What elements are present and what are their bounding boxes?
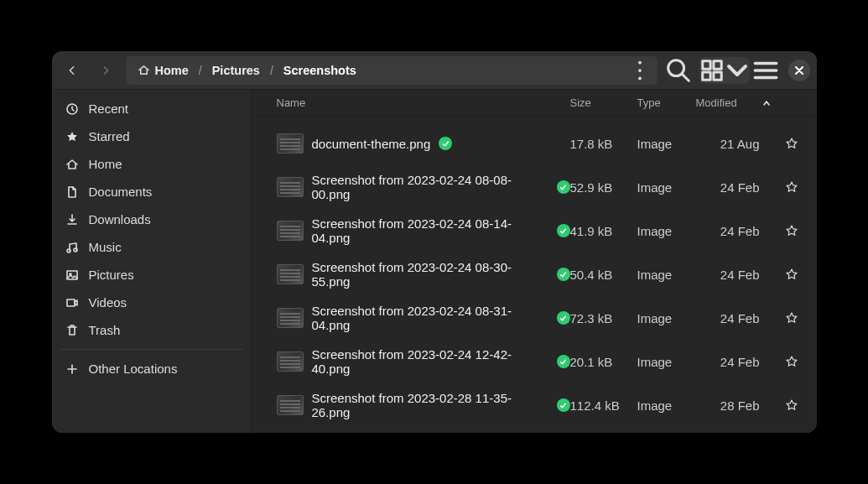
file-row[interactable]: Screenshot from 2023-02-24 12-42-40.png2… — [252, 340, 817, 383]
svg-rect-11 — [67, 271, 77, 279]
column-name[interactable]: Name — [277, 96, 570, 109]
sidebar-item-label: Trash — [89, 323, 121, 337]
column-modified-label: Modified — [696, 96, 737, 109]
search-button[interactable] — [664, 57, 693, 84]
music-icon — [65, 241, 79, 254]
synced-emblem-icon — [557, 268, 570, 281]
column-size[interactable]: Size — [570, 96, 637, 109]
breadcrumb-home[interactable]: Home — [134, 60, 192, 81]
svg-point-9 — [67, 249, 70, 252]
forward-button[interactable] — [92, 57, 119, 84]
sidebar-item-pictures[interactable]: Pictures — [57, 261, 246, 289]
sidebar-item-label: Starred — [89, 129, 130, 143]
chevron-right-icon — [100, 65, 112, 76]
breadcrumb-pictures[interactable]: Pictures — [209, 60, 263, 81]
file-row[interactable]: document-theme.png17.8 kBImage21 Aug — [252, 122, 817, 165]
search-icon — [664, 56, 693, 85]
column-type[interactable]: Type — [637, 96, 696, 109]
file-row[interactable]: Screenshot from 2023-02-24 08-08-00.png5… — [252, 165, 817, 209]
svg-rect-4 — [702, 60, 709, 68]
sidebar-item-label: Home — [89, 157, 122, 171]
star-toggle[interactable] — [780, 398, 803, 412]
close-button[interactable] — [788, 60, 810, 81]
file-name-cell: Screenshot from 2023-02-24 08-14-04.png — [277, 216, 570, 245]
file-thumbnail — [277, 351, 304, 372]
file-name-cell: Screenshot from 2023-02-24 08-31-04.png — [277, 304, 570, 332]
breadcrumb-separator: / — [268, 64, 275, 77]
hamburger-icon — [751, 56, 780, 85]
home-icon — [65, 158, 79, 171]
star-toggle[interactable] — [780, 180, 803, 194]
hamburger-menu-button[interactable] — [751, 57, 780, 84]
chevron-down-icon — [725, 58, 750, 83]
star-toggle[interactable] — [780, 311, 803, 325]
star-icon — [785, 137, 798, 150]
svg-point-10 — [74, 248, 77, 252]
star-icon — [785, 398, 798, 412]
star-icon — [785, 268, 798, 281]
synced-emblem-icon — [557, 398, 570, 412]
file-row[interactable]: Screenshot from 2023-02-24 08-14-04.png4… — [252, 209, 817, 252]
file-size-cell: 50.4 kB — [570, 268, 637, 282]
breadcrumb-separator: / — [197, 64, 204, 77]
sidebar-item-home[interactable]: Home — [57, 150, 246, 178]
sidebar-item-downloads[interactable]: Downloads — [57, 206, 246, 233]
file-modified-cell: 24 Feb — [696, 311, 780, 325]
sidebar-item-videos[interactable]: Videos — [57, 289, 246, 316]
sidebar-item-starred[interactable]: Starred — [57, 122, 246, 150]
file-thumbnail — [277, 395, 304, 415]
file-row[interactable]: Screenshot from 2023-02-28 11-35-26.png1… — [252, 383, 817, 427]
breadcrumb-label: Screenshots — [283, 64, 356, 77]
file-type-cell: Image — [637, 224, 696, 238]
breadcrumb-screenshots[interactable]: Screenshots — [280, 60, 360, 81]
file-name-cell: Screenshot from 2023-02-28 11-35-26.png — [277, 391, 570, 419]
file-size-cell: 20.1 kB — [570, 355, 637, 369]
star-icon — [785, 355, 798, 368]
file-thumbnail — [277, 177, 304, 197]
column-modified[interactable]: Modified — [696, 96, 780, 109]
file-name-label: Screenshot from 2023-02-24 08-08-00.png — [312, 173, 548, 201]
file-row[interactable]: Screenshot from 2023-02-24 08-31-04.png7… — [252, 296, 817, 340]
sidebar-item-label: Other Locations — [89, 362, 178, 376]
back-button[interactable] — [59, 57, 86, 84]
file-name-label: Screenshot from 2023-02-24 08-14-04.png — [312, 216, 548, 245]
sidebar-item-trash[interactable]: Trash — [57, 316, 246, 344]
file-thumbnail — [277, 264, 304, 284]
sidebar-item-other-locations[interactable]: Other Locations — [57, 355, 246, 383]
file-row[interactable]: Screenshot from 2023-02-24 08-30-55.png5… — [252, 252, 817, 296]
star-toggle[interactable] — [780, 355, 803, 368]
svg-point-0 — [638, 60, 642, 64]
sidebar-item-music[interactable]: Music — [57, 233, 246, 261]
star-toggle[interactable] — [780, 137, 803, 150]
file-modified-cell: 21 Aug — [696, 137, 780, 151]
sidebar-item-label: Pictures — [89, 268, 134, 282]
sidebar-item-label: Downloads — [89, 212, 151, 226]
sidebar-item-recent[interactable]: Recent — [57, 95, 246, 122]
download-icon — [65, 213, 79, 226]
file-size-cell: 72.3 kB — [570, 311, 637, 325]
sidebar-item-label: Videos — [89, 295, 127, 310]
grid-view-button[interactable] — [699, 57, 725, 84]
svg-point-1 — [638, 69, 642, 72]
plus-icon — [65, 362, 79, 376]
view-options-button[interactable] — [725, 57, 750, 84]
file-name-label: Screenshot from 2023-02-24 08-30-55.png — [312, 260, 548, 289]
file-name-cell: Screenshot from 2023-02-24 08-30-55.png — [277, 260, 570, 289]
sidebar-divider — [60, 349, 242, 350]
sidebar-item-documents[interactable]: Documents — [57, 178, 246, 206]
path-menu-button[interactable] — [627, 58, 652, 83]
column-header: Name Size Type Modified — [252, 90, 817, 117]
svg-rect-6 — [702, 71, 709, 79]
star-toggle[interactable] — [780, 224, 803, 237]
file-size-cell: 41.9 kB — [570, 224, 637, 238]
file-name-label: document-theme.png — [312, 137, 431, 151]
view-switcher — [699, 57, 750, 84]
toolbar-right — [664, 57, 810, 84]
file-type-cell: Image — [637, 311, 696, 325]
star-icon — [785, 311, 798, 325]
file-thumbnail — [277, 308, 304, 328]
window-body: Recent Starred Home Documents Downloads … — [52, 90, 817, 433]
pictures-icon — [65, 268, 79, 282]
star-toggle[interactable] — [780, 268, 803, 281]
path-bar: Home / Pictures / Screenshots — [126, 56, 657, 85]
